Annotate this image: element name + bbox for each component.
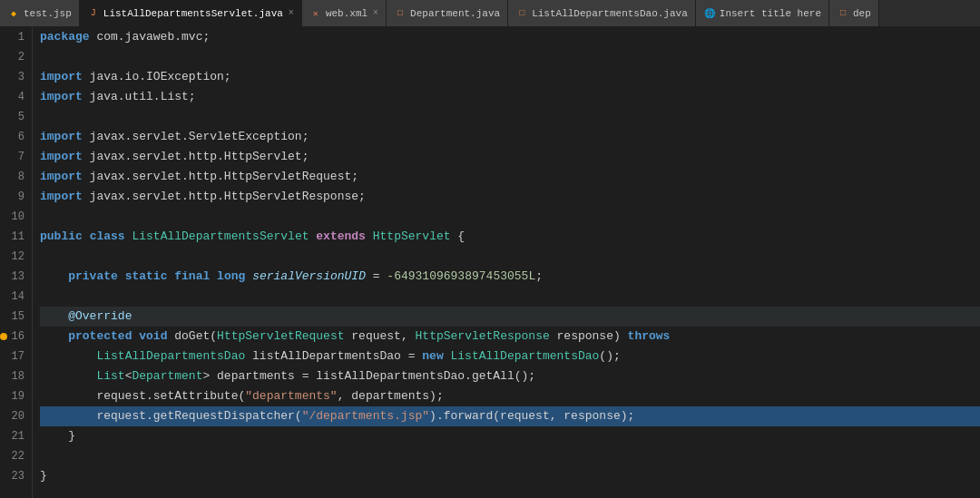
code-line-15: @Override <box>40 307 980 327</box>
code-line-1: package com.javaweb.mvc; <box>40 27 980 47</box>
java-icon: J <box>87 7 100 20</box>
line-num-7: 7 <box>5 147 24 167</box>
line-num-11: 11 <box>5 227 24 247</box>
line-num-1: 1 <box>5 27 24 47</box>
line-num-15: 15 <box>5 307 24 327</box>
tab-label: Insert title here <box>720 8 821 19</box>
jsp-icon: ◆ <box>7 7 20 20</box>
code-line-5 <box>40 107 980 127</box>
tab-label: Department.java <box>410 8 500 19</box>
tab-label: web.xml <box>326 8 368 19</box>
tab-close-icon[interactable]: × <box>289 8 294 18</box>
line-num-12: 12 <box>5 247 24 267</box>
tab-label: ListAllDepartmentsDao.java <box>532 8 688 19</box>
tab-web-xml[interactable]: ✕ web.xml × <box>302 0 387 26</box>
line-num-5: 5 <box>5 107 24 127</box>
tab-test-jsp[interactable]: ◆ test.jsp <box>0 0 80 26</box>
tab-list-dao[interactable]: □ ListAllDepartmentsDao.java <box>508 0 696 26</box>
tab-department-java[interactable]: □ Department.java <box>387 0 508 26</box>
line-num-13: 13 <box>5 267 24 287</box>
line-num-4: 4 <box>5 87 24 107</box>
tab-bar: ◆ test.jsp J ListAllDepartmentsServlet.j… <box>0 0 980 27</box>
code-line-13: private static final long serialVersionU… <box>40 267 980 287</box>
line-num-21: 21 <box>5 426 24 446</box>
tab-label: ListAllDepartmentsServlet.java <box>103 8 283 19</box>
editor-area: 1 2 3 4 5 6 7 8 9 10 11 12 13 14 15 16 1… <box>0 27 980 498</box>
line-num-22: 22 <box>5 446 24 466</box>
line-num-3: 3 <box>5 67 24 87</box>
code-line-20: request.getRequestDispatcher("/departmen… <box>40 406 980 426</box>
code-line-8: import javax.servlet.http.HttpServletReq… <box>40 167 980 187</box>
code-line-10 <box>40 207 980 227</box>
code-line-22 <box>40 446 980 466</box>
xml-icon: ✕ <box>309 7 322 20</box>
line-num-10: 10 <box>5 207 24 227</box>
code-line-2 <box>40 47 980 67</box>
line-num-9: 9 <box>5 187 24 207</box>
code-line-16: protected void doGet(HttpServletRequest … <box>40 327 980 347</box>
code-line-4: import java.util.List; <box>40 87 980 107</box>
line-num-19: 19 <box>5 386 24 406</box>
code-line-24 <box>40 486 980 498</box>
code-editor[interactable]: package com.javaweb.mvc; import java.io.… <box>33 27 980 498</box>
tab-label: dep <box>853 8 871 19</box>
code-line-21: } <box>40 426 980 446</box>
code-line-3: import java.io.IOException; <box>40 67 980 87</box>
line-num-2: 2 <box>5 47 24 67</box>
line-num-17: 17 <box>5 347 24 366</box>
code-line-12 <box>40 247 980 267</box>
code-line-7: import javax.servlet.http.HttpServlet; <box>40 147 980 167</box>
tab-dep[interactable]: □ dep <box>829 0 879 26</box>
line-num-6: 6 <box>5 127 24 147</box>
code-line-17: ListAllDepartmentsDao listAllDepartments… <box>40 347 980 366</box>
line-num-14: 14 <box>5 287 24 307</box>
web-icon: 🌐 <box>703 7 716 20</box>
line-num-8: 8 <box>5 167 24 187</box>
code-line-6: import javax.servlet.ServletException; <box>40 127 980 147</box>
tab-insert-title[interactable]: 🌐 Insert title here <box>696 0 829 26</box>
java-icon: □ <box>837 7 849 20</box>
line-num-16: 16 <box>5 327 24 347</box>
line-num-23: 23 <box>5 466 24 486</box>
line-num-18: 18 <box>5 366 24 386</box>
code-line-14 <box>40 287 980 307</box>
code-line-19: request.setAttribute("departments", depa… <box>40 386 980 406</box>
code-line-18: List<Department> departments = listAllDe… <box>40 366 980 386</box>
line-num-24 <box>5 486 24 498</box>
code-line-9: import javax.servlet.http.HttpServletRes… <box>40 187 980 207</box>
java-icon: □ <box>515 7 528 20</box>
java-icon: □ <box>394 7 407 20</box>
tab-label: test.jsp <box>24 8 72 19</box>
tab-close-icon[interactable]: × <box>373 8 378 18</box>
line-num-20: 20 <box>5 406 24 426</box>
tab-list-servlet[interactable]: J ListAllDepartmentsServlet.java × <box>80 0 302 26</box>
line-number-gutter: 1 2 3 4 5 6 7 8 9 10 11 12 13 14 15 16 1… <box>0 27 33 498</box>
code-line-11: public class ListAllDepartmentsServlet e… <box>40 227 980 247</box>
code-line-23: } <box>40 466 980 486</box>
